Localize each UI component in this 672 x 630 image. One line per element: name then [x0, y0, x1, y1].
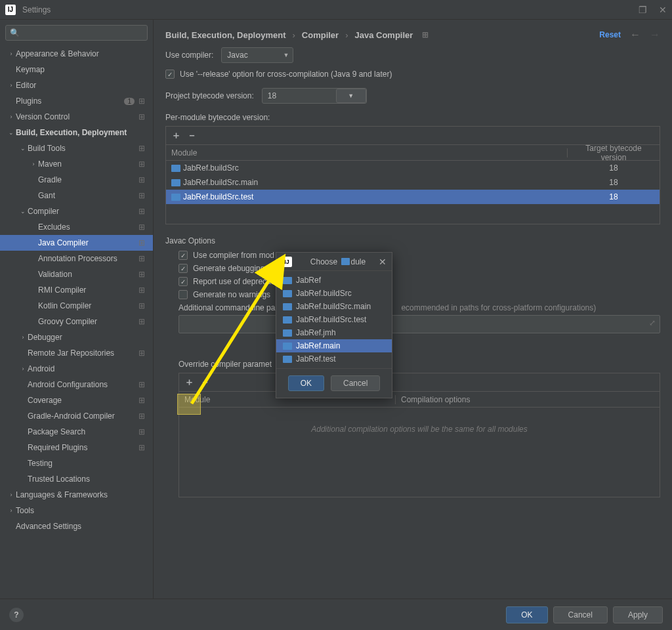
project-scope-icon — [137, 364, 146, 373]
table-row[interactable]: JabRef.buildSrc18 — [166, 161, 660, 175]
sidebar-item[interactable]: Gradle-Android Compiler ⊞ — [0, 408, 153, 424]
reset-link[interactable]: Reset — [599, 30, 621, 39]
table-row[interactable]: JabRef.buildSrc.main18 — [166, 175, 660, 190]
sidebar-item[interactable]: › Languages & Frameworks — [0, 487, 153, 503]
sidebar-item[interactable]: ⌄ Build, Execution, Deployment — [0, 125, 153, 140]
sidebar-item[interactable]: Annotation Processors ⊞ — [0, 251, 153, 266]
cancel-button[interactable]: Cancel — [553, 606, 608, 623]
sidebar-item[interactable]: › Tools — [0, 503, 153, 518]
sidebar-item[interactable]: Remote Jar Repositories ⊞ — [0, 345, 153, 361]
dialog-ok-button[interactable]: OK — [288, 375, 324, 391]
sidebar-item[interactable]: › Appearance & Behavior — [0, 46, 153, 62]
chevron-down-icon: ▼ — [283, 52, 289, 58]
search-input[interactable] — [5, 25, 148, 41]
project-scope-icon: ⊞ — [137, 443, 146, 452]
sidebar-item[interactable]: › Maven ⊞ — [0, 156, 153, 172]
sidebar-item[interactable]: Validation ⊞ — [0, 266, 153, 282]
sidebar-item[interactable]: Groovy Compiler ⊞ — [0, 314, 153, 329]
expander-icon: › — [29, 161, 38, 167]
project-scope-icon: ⊞ — [137, 96, 146, 106]
sidebar-item[interactable]: Java Compiler ⊞ — [0, 235, 153, 251]
sidebar-item[interactable]: Excludes ⊞ — [0, 219, 153, 235]
project-scope-icon: ⊞ — [137, 144, 146, 153]
bytecode-version-dropdown[interactable]: 18 ▼ — [262, 88, 367, 104]
list-item[interactable]: JabRef.buildSrc — [276, 287, 392, 300]
table-row[interactable]: JabRef.buildSrc.test18 — [166, 190, 660, 204]
sidebar-item[interactable]: Gradle ⊞ — [0, 172, 153, 188]
sidebar-item[interactable]: Trusted Locations — [0, 471, 153, 487]
add-module-button[interactable]: ＋ — [170, 129, 182, 142]
help-button[interactable]: ? — [9, 608, 24, 622]
project-scope-icon: ⊞ — [137, 238, 146, 247]
settings-sidebar: › Appearance & Behavior Keymap › Editor … — [0, 20, 154, 598]
project-scope-icon — [137, 522, 146, 531]
sidebar-item[interactable]: RMI Compiler ⊞ — [0, 282, 153, 298]
expander-icon: › — [18, 366, 28, 372]
expander-icon: › — [7, 492, 16, 498]
remove-module-button[interactable]: － — [186, 129, 198, 142]
module-icon — [283, 356, 292, 363]
project-scope-icon — [137, 128, 146, 137]
breadcrumb-seg[interactable]: Compiler — [302, 30, 339, 40]
use-module-compiler-checkbox[interactable] — [178, 251, 188, 260]
list-item[interactable]: JabRef.jmh — [276, 326, 392, 339]
sidebar-item[interactable]: Required Plugins ⊞ — [0, 440, 153, 455]
sidebar-item[interactable]: › Version Control ⊞ — [0, 109, 153, 125]
app-icon: IJ — [282, 257, 292, 267]
nav-back-icon[interactable]: ← — [630, 29, 640, 41]
list-item[interactable]: JabRef.buildSrc.test — [276, 313, 392, 326]
project-scope-icon: ⊞ — [137, 270, 146, 279]
sidebar-item[interactable]: › Editor — [0, 77, 153, 93]
bytecode-version-label: Project bytecode version: — [165, 91, 254, 100]
settings-content: Build, Execution, Deployment › Compiler … — [154, 20, 672, 598]
sidebar-item[interactable]: ⌄ Compiler ⊞ — [0, 203, 153, 219]
sidebar-item[interactable]: Testing — [0, 455, 153, 471]
sidebar-item[interactable]: › Debugger — [0, 329, 153, 345]
module-icon — [283, 343, 292, 350]
list-item[interactable]: JabRef.buildSrc.main — [276, 300, 392, 313]
chevron-down-icon[interactable]: ▼ — [336, 89, 366, 103]
sidebar-item[interactable]: Keymap — [0, 62, 153, 77]
ok-button[interactable]: OK — [506, 606, 547, 623]
add-override-button[interactable]: ＋ — [183, 376, 195, 388]
project-scope-icon — [137, 49, 146, 58]
generate-debug-checkbox[interactable] — [178, 264, 188, 273]
javac-options-header: Javac Options — [165, 236, 660, 245]
sidebar-item[interactable]: Kotlin Compiler ⊞ — [0, 298, 153, 314]
sidebar-item[interactable]: Coverage ⊞ — [0, 392, 153, 408]
apply-button[interactable]: Apply — [613, 606, 663, 623]
nav-forward-icon: → — [650, 29, 660, 41]
project-scope-icon: ⊞ — [137, 396, 146, 405]
expander-icon: › — [7, 507, 16, 514]
list-item[interactable]: JabRef.main — [276, 339, 392, 352]
project-scope-icon: ⊞ — [137, 254, 146, 263]
additional-params-input[interactable]: ⤢ — [178, 315, 660, 333]
remove-override-button[interactable]: － — [199, 376, 211, 388]
module-icon — [171, 179, 180, 186]
screen-mode-icon[interactable]: ❐ — [639, 5, 647, 15]
dialog-cancel-button[interactable]: Cancel — [331, 375, 380, 391]
use-compiler-dropdown[interactable]: Javac▼ — [221, 47, 293, 63]
list-item[interactable]: JabRef — [276, 274, 392, 287]
project-scope-icon — [137, 333, 146, 342]
breadcrumb-seg[interactable]: Build, Execution, Deployment — [165, 30, 285, 40]
no-warnings-checkbox[interactable] — [178, 290, 188, 299]
module-icon — [283, 290, 292, 297]
sidebar-item[interactable]: Android Configurations ⊞ — [0, 377, 153, 392]
expander-icon: ⌄ — [7, 129, 16, 136]
title-bar: IJ Settings ❐ ✕ — [0, 0, 672, 20]
close-icon[interactable]: ✕ — [379, 257, 387, 267]
project-scope-icon: ⊞ — [137, 285, 146, 295]
expand-icon[interactable]: ⤢ — [649, 318, 656, 327]
sidebar-item[interactable]: Package Search ⊞ — [0, 424, 153, 440]
sidebar-item[interactable]: Advanced Settings — [0, 518, 153, 534]
close-icon[interactable]: ✕ — [659, 5, 667, 15]
project-scope-icon: ⊞ — [137, 207, 146, 216]
sidebar-item[interactable]: Gant ⊞ — [0, 188, 153, 203]
sidebar-item[interactable]: Plugins 1 ⊞ — [0, 93, 153, 109]
release-option-checkbox[interactable] — [165, 70, 175, 79]
report-deprecated-checkbox[interactable] — [178, 277, 188, 286]
sidebar-item[interactable]: › Android — [0, 361, 153, 377]
list-item[interactable]: JabRef.test — [276, 352, 392, 366]
sidebar-item[interactable]: ⌄ Build Tools ⊞ — [0, 140, 153, 156]
